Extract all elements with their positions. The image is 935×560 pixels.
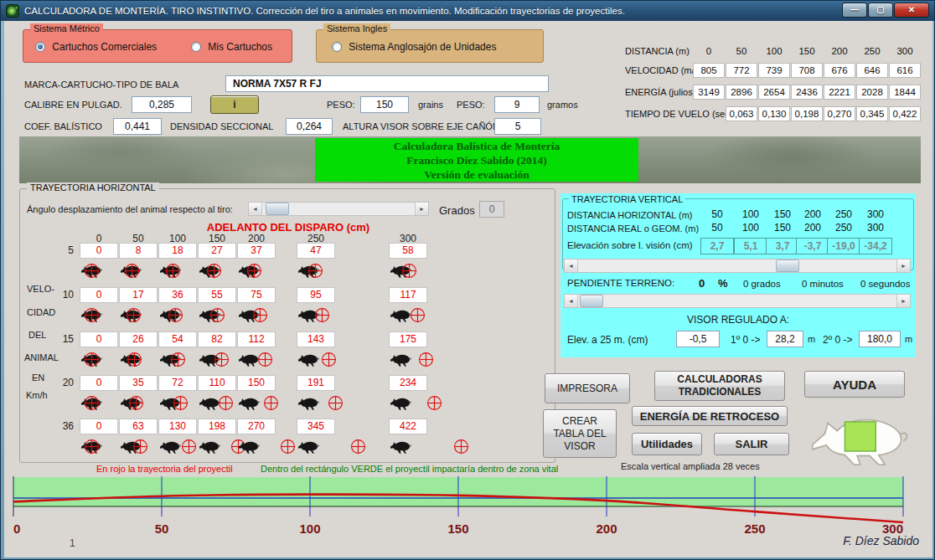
altura-field[interactable]: 5 — [494, 118, 541, 135]
salir-button[interactable]: SALIR — [714, 433, 789, 455]
ballistics-value-box[interactable]: 0,198 — [791, 106, 823, 121]
elevation-value-box[interactable]: -3,7 — [796, 238, 829, 254]
densidad-field[interactable]: 0,264 — [286, 118, 333, 135]
minimize-button[interactable]: — — [842, 3, 867, 18]
adelanto-value-box[interactable]: 8 — [119, 243, 158, 259]
radio-icon[interactable] — [332, 42, 342, 52]
calculadoras-button[interactable]: CALCULADORAS TRADICIONALES — [654, 371, 785, 401]
zero2-field[interactable]: 180,0 — [859, 331, 901, 347]
elevation-value-box[interactable]: 2,7 — [700, 238, 734, 254]
elevation-value-box[interactable]: -19,0 — [827, 238, 860, 254]
impresora-button[interactable]: IMPRESORA — [545, 373, 630, 403]
adelanto-value-box[interactable]: 37 — [237, 243, 276, 259]
pendiente-scrollbar[interactable]: ◄ ► — [564, 294, 911, 308]
coef-field[interactable]: 0,441 — [113, 118, 162, 135]
elevation-scrollbar[interactable]: ◄ ► — [564, 259, 911, 273]
energia-button[interactable]: ENERGÍA DE RETROCESO — [632, 406, 788, 426]
adelanto-value-box[interactable]: 0 — [80, 243, 118, 259]
angle-scrollbar[interactable]: ◄ ► — [248, 202, 429, 216]
maximize-button[interactable]: ▢ — [868, 3, 893, 18]
zero1-field[interactable]: 28,2 — [767, 331, 803, 347]
peso-grains-field[interactable]: 150 — [360, 96, 409, 113]
adelanto-value-box[interactable]: 198 — [198, 419, 236, 434]
adelanto-value-box[interactable]: 27 — [198, 243, 236, 259]
crear-tabla-button[interactable]: CREAR TABLA DEL VISOR — [543, 409, 617, 458]
adelanto-value-box[interactable]: 75 — [237, 287, 276, 303]
scroll-left-icon[interactable]: ◄ — [565, 295, 578, 307]
scroll-right-icon[interactable]: ► — [896, 295, 910, 307]
peso-gramos-field[interactable]: 9 — [494, 96, 540, 113]
adelanto-value-box[interactable]: 72 — [158, 375, 197, 391]
radio-cartuchos-comerciales[interactable]: Cartuchos Comerciales — [35, 41, 157, 53]
scroll-right-icon[interactable]: ► — [415, 203, 428, 215]
ballistics-value-box[interactable]: 646 — [856, 63, 888, 78]
ballistics-value-box[interactable]: 676 — [824, 63, 855, 78]
adelanto-value-box[interactable]: 345 — [297, 419, 335, 434]
adelanto-value-box[interactable]: 55 — [198, 287, 236, 303]
marca-combo[interactable]: NORMA 7X57 R FJ — [225, 75, 549, 92]
ballistics-value-box[interactable]: 0,345 — [856, 106, 888, 121]
ballistics-value-box[interactable]: 772 — [726, 63, 757, 78]
info-button[interactable]: i — [210, 95, 259, 114]
ballistics-value-box[interactable]: 2436 — [791, 85, 823, 100]
adelanto-value-box[interactable]: 36 — [158, 287, 197, 303]
elev25-field[interactable]: -0,5 — [676, 331, 720, 347]
adelanto-value-box[interactable]: 112 — [237, 331, 276, 347]
adelanto-value-box[interactable]: 35 — [119, 375, 158, 391]
ballistics-value-box[interactable]: 2221 — [824, 85, 855, 100]
adelanto-value-box[interactable]: 0 — [80, 419, 118, 434]
title-bar[interactable]: CALCULADORA DE MONTERÍA. TIRO INSTINTIVO… — [1, 1, 934, 21]
adelanto-value-box[interactable]: 110 — [198, 375, 236, 391]
adelanto-value-box[interactable]: 18 — [158, 243, 197, 259]
ballistics-value-box[interactable]: 1844 — [889, 85, 921, 100]
ballistics-value-box[interactable]: 708 — [791, 63, 823, 78]
adelanto-value-box[interactable]: 150 — [237, 375, 276, 391]
ballistics-value-box[interactable]: 0,063 — [726, 106, 757, 121]
radio-mis-cartuchos[interactable]: Mis Cartuchos — [191, 41, 272, 53]
grados-field[interactable]: 0 — [479, 201, 504, 218]
elevation-value-box[interactable]: 3,7 — [766, 238, 799, 254]
scroll-thumb[interactable] — [580, 295, 603, 307]
adelanto-value-box[interactable]: 0 — [80, 375, 118, 391]
radio-icon[interactable] — [35, 42, 45, 52]
calibre-field[interactable]: 0,285 — [132, 96, 192, 113]
scroll-right-icon[interactable]: ► — [896, 259, 910, 272]
adelanto-value-box[interactable]: 270 — [237, 419, 276, 434]
ballistics-value-box[interactable]: 2654 — [758, 85, 790, 100]
ballistics-value-box[interactable]: 616 — [889, 63, 921, 78]
close-button[interactable]: ✕ — [894, 3, 929, 18]
adelanto-value-box[interactable]: 0 — [80, 331, 118, 347]
ballistics-value-box[interactable]: 739 — [758, 63, 790, 78]
ballistics-value-box[interactable]: 0,130 — [758, 106, 790, 121]
scroll-left-icon[interactable]: ◄ — [565, 259, 578, 272]
adelanto-value-box[interactable]: 422 — [389, 419, 427, 434]
ballistics-value-box[interactable]: 0,270 — [824, 106, 855, 121]
adelanto-value-box[interactable]: 58 — [389, 243, 427, 259]
ballistics-value-box[interactable]: 2028 — [856, 85, 888, 100]
ballistics-value-box[interactable]: 0,422 — [889, 106, 921, 121]
ballistics-value-box[interactable]: 805 — [693, 63, 725, 78]
utilidades-button[interactable]: Utilidades — [632, 433, 702, 455]
adelanto-value-box[interactable]: 95 — [297, 287, 335, 303]
scroll-thumb[interactable] — [776, 259, 799, 272]
elevation-value-box[interactable]: -34,2 — [859, 238, 892, 254]
adelanto-value-box[interactable]: 234 — [389, 375, 427, 391]
adelanto-value-box[interactable]: 82 — [198, 331, 236, 347]
scroll-thumb[interactable] — [266, 203, 289, 215]
radio-icon[interactable] — [191, 42, 201, 52]
adelanto-value-box[interactable]: 191 — [297, 375, 335, 391]
adelanto-value-box[interactable]: 175 — [389, 331, 427, 347]
adelanto-value-box[interactable]: 143 — [297, 331, 335, 347]
ballistics-value-box[interactable]: 2896 — [726, 85, 757, 100]
adelanto-value-box[interactable]: 117 — [389, 287, 427, 303]
adelanto-value-box[interactable]: 130 — [158, 419, 197, 434]
scroll-left-icon[interactable]: ◄ — [249, 203, 262, 215]
adelanto-value-box[interactable]: 47 — [297, 243, 335, 259]
adelanto-value-box[interactable]: 0 — [80, 287, 118, 303]
adelanto-value-box[interactable]: 17 — [119, 287, 158, 303]
ayuda-button[interactable]: AYUDA — [804, 371, 905, 398]
adelanto-value-box[interactable]: 63 — [119, 419, 158, 434]
ballistics-value-box[interactable]: 3149 — [693, 85, 725, 100]
adelanto-value-box[interactable]: 54 — [158, 331, 197, 347]
adelanto-value-box[interactable]: 26 — [119, 331, 158, 347]
